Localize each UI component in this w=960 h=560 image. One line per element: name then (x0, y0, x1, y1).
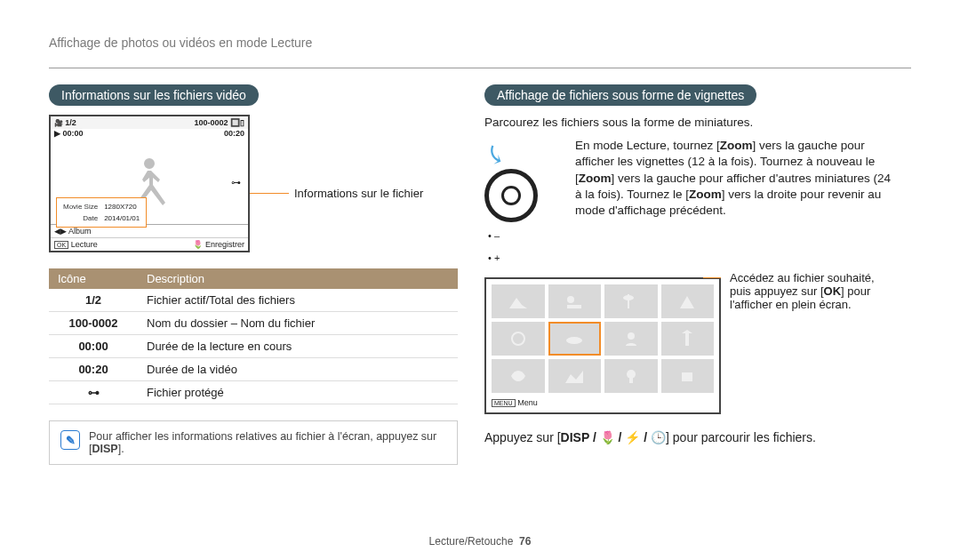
th-icon: Icône (49, 268, 138, 289)
rotate-arrow-icon: ⤹ (481, 132, 524, 172)
svg-point-4 (623, 295, 634, 300)
svg-rect-14 (682, 372, 692, 381)
breadcrumb: Affichage de photos ou vidéos en mode Le… (49, 36, 911, 50)
svg-rect-9 (685, 333, 689, 346)
intro-text: Parcourez les fichiers sous la forme de … (484, 115, 893, 131)
elapsed-time: ▶ 00:00 (54, 129, 84, 138)
thumb-cell (604, 359, 658, 393)
thumb-cell (548, 284, 602, 318)
thumb-cell (661, 284, 715, 318)
play-hint: OK Lecture (54, 240, 98, 249)
svg-marker-11 (565, 371, 583, 383)
file-info-callout: Informations sur le fichier (294, 187, 423, 200)
album-hint: ◀▶ Album (54, 227, 92, 236)
svg-point-7 (566, 337, 582, 344)
thumb-cell-selected (548, 322, 602, 356)
svg-rect-2 (567, 305, 581, 308)
thumb-cell (661, 359, 715, 393)
svg-rect-13 (629, 378, 633, 383)
svg-point-12 (627, 370, 636, 379)
file-info-overlay: Movie Size1280X720 Date2014/01/01 (56, 197, 147, 228)
thumb-cell (604, 284, 658, 318)
thumb-cell (492, 359, 545, 393)
thumbnail-callout: Accédez au fichier souhaité, puis appuye… (730, 277, 890, 311)
menu-hint: MENU Menu (492, 398, 714, 407)
section-heading-video-info: Informations sur les fichiers vidéo (49, 84, 259, 106)
protect-icon: ⊶ (231, 177, 241, 188)
th-desc: Description (138, 268, 458, 289)
section-heading-thumbnails: Affichage de fichiers sous forme de vign… (484, 84, 756, 106)
thumb-cell (492, 322, 545, 356)
thumb-cell (548, 359, 602, 393)
svg-point-8 (628, 332, 635, 340)
table-row: 1/2Fichier actif/Total des fichiers (49, 289, 458, 312)
zoom-dots: • – • + (488, 231, 564, 263)
thumb-cell (661, 322, 715, 356)
file-index: 🎥 1/2 (54, 118, 76, 127)
svg-point-6 (512, 332, 524, 345)
svg-marker-0 (509, 298, 527, 308)
table-row: ⊶Fichier protégé (49, 381, 458, 404)
save-hint: 🌷 Enregistrer (193, 240, 244, 249)
leader-line (250, 193, 289, 194)
table-row: 00:20Durée de la vidéo (49, 358, 458, 381)
note-box: ✎ Pour afficher les informations relativ… (49, 420, 458, 465)
table-row: 00:00Durée de la lecture en cours (49, 335, 458, 358)
svg-marker-10 (682, 330, 692, 333)
total-time: 00:20 (224, 129, 244, 138)
svg-point-1 (567, 296, 574, 303)
folder-file: 100-0002 🔲▯ (194, 118, 244, 127)
navigate-instruction: Appuyez sur [DISP / 🌷 / ⚡ / 🕒] pour parc… (484, 430, 893, 444)
zoom-instruction: En mode Lecture, tournez [Zoom] vers la … (575, 138, 893, 219)
page-footer: Lecture/Retouche 76 (0, 535, 960, 548)
divider (49, 68, 911, 68)
svg-marker-5 (680, 296, 694, 308)
note-icon: ✎ (60, 430, 80, 450)
thumb-cell (604, 322, 658, 356)
thumbnail-grid-screen: MENU Menu (484, 277, 721, 414)
table-row: 100-0002Nom du dossier – Nom du fichier (49, 312, 458, 335)
video-preview-screen: 🎥 1/2 100-0002 🔲▯ ▶ 00:00 00:20 ⊶ (49, 115, 250, 252)
icon-description-table: Icône Description 1/2Fichier actif/Total… (49, 268, 458, 404)
thumb-cell (492, 284, 545, 318)
zoom-lens-icon (484, 169, 538, 222)
